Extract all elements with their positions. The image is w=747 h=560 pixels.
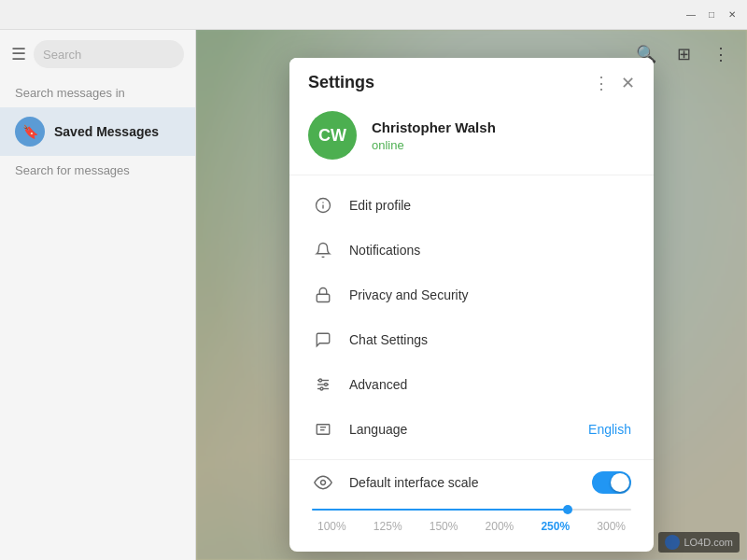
menu-item-edit-profile[interactable]: Edit profile <box>289 183 654 228</box>
scale-option-250[interactable]: 250% <box>539 516 571 537</box>
language-icon <box>312 418 334 441</box>
lock-icon <box>312 284 334 306</box>
menu-label-language: Language <box>349 422 573 437</box>
eye-icon <box>312 471 334 494</box>
scale-left: Default interface scale <box>312 471 479 494</box>
menu-label-advanced: Advanced <box>349 377 631 392</box>
scale-option-100[interactable]: 100% <box>316 516 348 537</box>
scale-label: Default interface scale <box>349 475 479 490</box>
menu-item-privacy-security[interactable]: Privacy and Security <box>289 273 654 317</box>
sidebar: ☰ Search Search messages in 🔖 Saved Mess… <box>0 30 196 560</box>
dialog-more-button[interactable]: ⋮ <box>593 75 610 91</box>
saved-messages-label: Saved Messages <box>54 124 159 139</box>
scale-row: Default interface scale <box>312 471 631 494</box>
search-for-messages-label: Search for messages <box>0 156 195 185</box>
scale-options-row: 100% 125% 150% 200% 250% 300% <box>312 516 631 537</box>
profile-section: CW Christopher Walsh online <box>289 104 654 175</box>
menu-item-advanced[interactable]: Advanced <box>289 362 654 407</box>
saved-messages-icon: 🔖 <box>15 117 45 147</box>
menu-label-privacy-security: Privacy and Security <box>349 287 631 302</box>
profile-status: online <box>372 138 496 152</box>
svg-point-7 <box>319 379 322 382</box>
profile-name: Christopher Walsh <box>372 119 496 135</box>
hamburger-icon[interactable]: ☰ <box>11 44 26 64</box>
scale-option-150[interactable]: 150% <box>428 516 460 537</box>
svg-point-8 <box>325 384 328 386</box>
menu-label-chat-settings: Chat Settings <box>349 332 631 347</box>
modal-overlay: Settings ⋮ ✕ CW Christopher Walsh online <box>196 30 747 560</box>
dialog-close-button[interactable]: ✕ <box>621 75 635 91</box>
title-bar: — □ ✕ <box>0 0 747 30</box>
bell-icon <box>312 239 334 261</box>
menu-item-notifications[interactable]: Notifications <box>289 228 654 273</box>
app-container: ☰ Search Search messages in 🔖 Saved Mess… <box>0 30 747 560</box>
dialog-title: Settings <box>308 73 374 92</box>
dialog-header-right: ⋮ ✕ <box>593 75 635 91</box>
scale-toggle[interactable] <box>592 471 631 494</box>
chat-icon <box>312 329 334 351</box>
svg-point-13 <box>321 481 326 485</box>
sidebar-item-saved-messages[interactable]: 🔖 Saved Messages <box>0 107 195 156</box>
menu-label-notifications: Notifications <box>349 243 631 258</box>
right-content: 🔍 ⊞ ⋮ Settings ⋮ ✕ CW Christ <box>196 30 747 560</box>
dialog-header: Settings ⋮ ✕ <box>289 58 654 104</box>
title-bar-buttons: — □ ✕ <box>684 7 740 22</box>
scale-section: Default interface scale 100% <box>289 460 654 552</box>
menu-item-language[interactable]: Language English <box>289 407 654 452</box>
search-box-placeholder: Search <box>43 48 81 62</box>
close-button[interactable]: ✕ <box>725 7 740 22</box>
scale-option-300[interactable]: 300% <box>595 516 627 537</box>
svg-rect-10 <box>317 425 330 435</box>
search-messages-in-label: Search messages in <box>0 78 195 107</box>
menu-section: Edit profile Notifications <box>289 175 654 460</box>
profile-info: Christopher Walsh online <box>372 119 496 152</box>
menu-label-edit-profile: Edit profile <box>349 198 631 213</box>
scale-option-200[interactable]: 200% <box>484 516 516 537</box>
scale-thumb <box>563 505 572 514</box>
menu-value-language: English <box>588 422 631 437</box>
search-box[interactable]: Search <box>34 40 184 68</box>
maximize-button[interactable]: □ <box>704 7 719 22</box>
toggle-knob <box>611 473 629 492</box>
sliders-icon <box>312 373 334 396</box>
avatar: CW <box>308 111 357 160</box>
scale-fill <box>312 509 568 511</box>
sidebar-header: ☰ Search <box>0 30 195 78</box>
svg-rect-3 <box>317 294 330 301</box>
info-icon <box>312 194 334 217</box>
scale-track[interactable] <box>312 509 631 511</box>
scale-option-125[interactable]: 125% <box>372 516 404 537</box>
svg-point-9 <box>320 387 323 390</box>
minimize-button[interactable]: — <box>684 7 698 22</box>
settings-dialog: Settings ⋮ ✕ CW Christopher Walsh online <box>289 58 654 552</box>
menu-item-chat-settings[interactable]: Chat Settings <box>289 317 654 362</box>
